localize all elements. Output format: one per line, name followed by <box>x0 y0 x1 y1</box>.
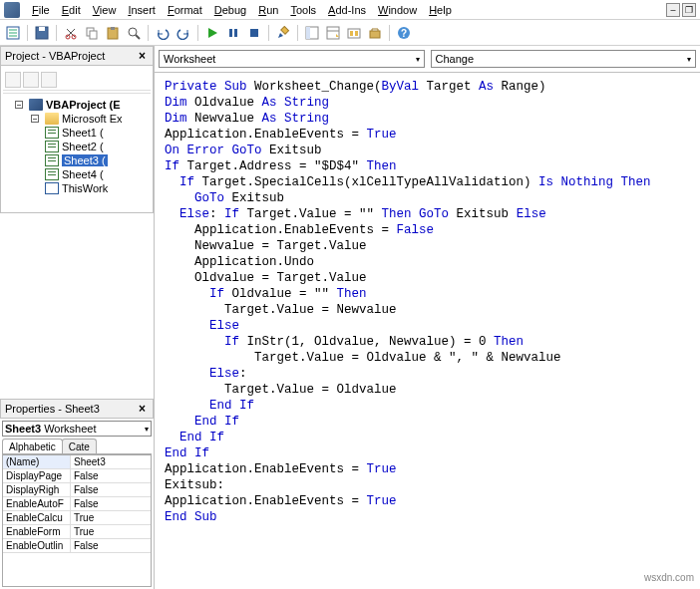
main-toolbar: ? <box>0 20 700 46</box>
svg-rect-24 <box>348 29 360 38</box>
view-object-button[interactable] <box>23 72 39 88</box>
svg-line-15 <box>136 35 140 39</box>
find-icon[interactable] <box>125 24 143 42</box>
procedure-dropdown[interactable]: Change ▾ <box>431 50 697 68</box>
watermark: wsxdn.com <box>644 572 694 583</box>
save-icon[interactable] <box>33 24 51 42</box>
run-icon[interactable] <box>203 24 221 42</box>
copy-icon[interactable] <box>83 24 101 42</box>
properties-tabs: Alphabetic Cate <box>2 439 152 454</box>
svg-rect-18 <box>250 29 258 37</box>
toggle-folders-button[interactable] <box>41 72 57 88</box>
redo-icon[interactable] <box>175 24 192 42</box>
object-browser-icon[interactable] <box>345 24 363 42</box>
svg-rect-13 <box>111 27 115 30</box>
toolbox-icon[interactable] <box>366 24 384 42</box>
window-controls: – ❐ <box>666 3 696 17</box>
restore-button[interactable]: ❐ <box>682 3 696 17</box>
chevron-down-icon: ▾ <box>416 55 420 64</box>
tree-item[interactable]: Microsoft Ex <box>5 112 149 126</box>
project-explorer: VBAProject (EMicrosoft ExSheet1 (Sheet2 … <box>0 66 154 213</box>
reset-icon[interactable] <box>245 24 263 42</box>
minimize-button[interactable]: – <box>666 3 680 17</box>
code-editor[interactable]: Private Sub Worksheet_Change(ByVal Targe… <box>155 73 700 589</box>
svg-rect-5 <box>39 27 45 31</box>
svg-text:?: ? <box>401 28 407 39</box>
menu-insert[interactable]: Insert <box>122 3 162 17</box>
menu-file[interactable]: File <box>26 3 56 17</box>
property-row[interactable]: (Name)Sheet3 <box>3 455 151 469</box>
tree-sheet-item[interactable]: Sheet4 ( <box>5 167 149 181</box>
design-mode-icon[interactable] <box>274 24 292 42</box>
paste-icon[interactable] <box>104 24 122 42</box>
tab-categorized[interactable]: Cate <box>62 439 97 453</box>
svg-rect-22 <box>327 27 339 39</box>
property-row[interactable]: EnableCalcuTrue <box>3 511 151 525</box>
project-explorer-icon[interactable] <box>303 24 321 42</box>
tree-item[interactable]: VBAProject (E <box>5 98 149 112</box>
menu-debug[interactable]: Debug <box>208 3 252 17</box>
chevron-down-icon: ▾ <box>687 55 691 64</box>
property-row[interactable]: DisplayRighFalse <box>3 483 151 497</box>
svg-rect-21 <box>306 27 310 39</box>
svg-rect-11 <box>90 31 97 39</box>
chevron-down-icon: ▾ <box>145 425 149 434</box>
undo-icon[interactable] <box>154 24 172 42</box>
tab-alphabetic[interactable]: Alphabetic <box>2 439 63 453</box>
property-row[interactable]: EnableFormTrue <box>3 525 151 539</box>
menu-window[interactable]: Window <box>372 3 423 17</box>
property-row[interactable]: DisplayPageFalse <box>3 469 151 483</box>
properties-object-selector[interactable]: Sheet3 Worksheet ▾ <box>2 421 152 437</box>
properties-pane-close-button[interactable]: × <box>136 402 149 416</box>
property-row[interactable]: EnableAutoFFalse <box>3 497 151 511</box>
tree-sheet-item[interactable]: Sheet2 ( <box>5 140 149 153</box>
menu-help[interactable]: Help <box>423 3 458 17</box>
menu-format[interactable]: Format <box>162 3 208 17</box>
tree-sheet-item[interactable]: Sheet3 ( <box>5 153 149 167</box>
tree-workbook-item[interactable]: ThisWork <box>5 181 149 195</box>
menu-tools[interactable]: Tools <box>284 3 322 17</box>
object-dropdown[interactable]: Worksheet ▾ <box>159 50 425 68</box>
project-pane-header: Project - VBAProject × <box>0 46 154 66</box>
menu-run[interactable]: Run <box>252 3 284 17</box>
app-icon <box>4 2 20 18</box>
menu-add-ins[interactable]: Add-Ins <box>322 3 372 17</box>
menu-bar: FileEditViewInsertFormatDebugRunToolsAdd… <box>0 0 700 20</box>
properties-pane-header: Properties - Sheet3 × <box>0 399 154 419</box>
cut-icon[interactable] <box>62 24 80 42</box>
svg-point-14 <box>129 28 137 36</box>
properties-pane-title: Properties - Sheet3 <box>5 403 100 415</box>
view-code-icon[interactable] <box>4 24 22 42</box>
menu-edit[interactable]: Edit <box>56 3 87 17</box>
svg-rect-16 <box>229 29 232 37</box>
properties-grid: (Name)Sheet3DisplayPageFalseDisplayRighF… <box>2 454 152 587</box>
break-icon[interactable] <box>224 24 242 42</box>
menu-view[interactable]: View <box>87 3 123 17</box>
svg-rect-25 <box>350 31 353 36</box>
view-code-button[interactable] <box>5 72 21 88</box>
svg-rect-27 <box>370 31 380 38</box>
project-pane-close-button[interactable]: × <box>136 49 149 63</box>
svg-rect-19 <box>281 26 289 34</box>
svg-rect-26 <box>355 31 358 36</box>
help-icon[interactable]: ? <box>395 24 413 42</box>
svg-rect-17 <box>234 29 237 37</box>
properties-window-icon[interactable] <box>324 24 342 42</box>
project-pane-title: Project - VBAProject <box>5 50 105 62</box>
tree-sheet-item[interactable]: Sheet1 ( <box>5 126 149 140</box>
property-row[interactable]: EnableOutlinFalse <box>3 539 151 553</box>
